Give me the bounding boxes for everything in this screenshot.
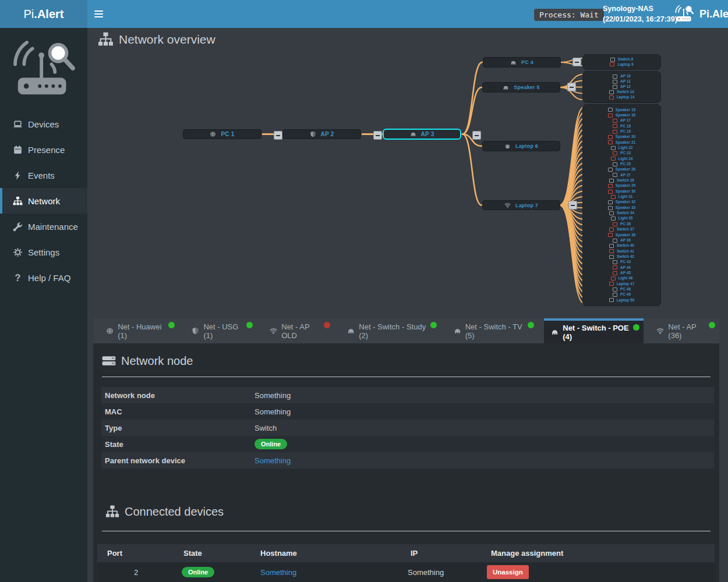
device-leaf-pc-25[interactable]: PC 25: [583, 162, 660, 166]
device-leaf-laptop-50[interactable]: Laptop 50: [583, 298, 660, 302]
tree-node-speaker5[interactable]: Speaker 5: [482, 82, 560, 93]
tab-net-switch-tv-5[interactable]: Net - Switch - TV (5): [447, 318, 539, 343]
dome-icon: [410, 131, 416, 137]
device-leaf-pc-19[interactable]: PC 19: [583, 130, 660, 134]
device-leaf-laptop-9[interactable]: Laptop 9: [583, 62, 660, 66]
sidebar-item-maintenance[interactable]: Maintenance: [0, 214, 87, 239]
device-leaf-speaker-38[interactable]: Speaker 38: [583, 233, 660, 237]
column-header-hostname: Hostname: [256, 549, 408, 558]
tree-node-pc1[interactable]: PC 1: [183, 129, 261, 139]
device-leaf-light-22[interactable]: Light 22: [583, 146, 660, 150]
table-row: StateOnline: [101, 436, 714, 452]
table-row: 2OnlineSomethingSomethingUnassign: [97, 562, 715, 582]
status-dot-green: [430, 322, 437, 328]
device-leaf-pc-23[interactable]: PC 23: [583, 151, 660, 155]
tree-node-label: Laptop 7: [515, 203, 538, 208]
device-leaf-switch-40[interactable]: Switch 40: [583, 244, 660, 248]
device-leaf-switch-28[interactable]: Switch 28: [583, 179, 660, 183]
sidebar-item-help-faq[interactable]: ?Help / FAQ: [0, 265, 87, 290]
collapse-minus-button[interactable]: [568, 201, 577, 210]
collapse-minus-button[interactable]: [472, 131, 481, 140]
device-leaf-light-46[interactable]: Light 46: [583, 276, 660, 281]
sidebar-item-settings[interactable]: Settings: [0, 239, 87, 265]
device-label: AP 11: [620, 80, 631, 84]
tab-net-ap-old[interactable]: Net - AP OLD: [263, 318, 334, 343]
device-leaf-speaker-30[interactable]: Speaker 30: [583, 190, 660, 194]
device-leaf-ap-11[interactable]: AP 11: [583, 80, 660, 84]
question-icon: ?: [13, 273, 23, 283]
device-leaf-ap-10[interactable]: AP 10: [583, 74, 660, 79]
device-leaf-ap-12[interactable]: AP 12: [583, 85, 660, 89]
collapse-minus-button[interactable]: [572, 58, 581, 66]
device-leaf-switch-13[interactable]: Switch 13: [583, 90, 660, 94]
tab-net-switch-study-2[interactable]: Net - Switch - Study (2): [340, 318, 440, 343]
device-leaf-speaker-32[interactable]: Speaker 32: [583, 200, 660, 204]
device-leaf-speaker-16[interactable]: Speaker 16: [583, 113, 660, 118]
collapse-minus-button[interactable]: [567, 83, 576, 91]
tab-net-huawei-1[interactable]: Net - Huawei (1): [99, 318, 179, 343]
tab-net-switch-poe-4[interactable]: Net - Switch - POE (4): [544, 318, 644, 343]
cell-manage-assignment: Unassign: [486, 565, 715, 579]
hostname-link[interactable]: Something: [260, 568, 296, 577]
tree-node-ap3[interactable]: AP 3: [383, 129, 461, 140]
device-leaf-pc-43[interactable]: PC 43: [583, 260, 660, 264]
kv-value: Something: [255, 407, 291, 416]
sidebar-item-network[interactable]: Network: [0, 188, 87, 214]
parent-device-link[interactable]: Something: [255, 456, 291, 465]
device-leaf-ap-17[interactable]: AP 17: [583, 119, 660, 123]
unassign-button[interactable]: Unassign: [487, 565, 529, 579]
device-leaf-laptop-47[interactable]: Laptop 47: [583, 282, 660, 286]
shield-icon: [310, 131, 316, 137]
device-leaf-speaker-20[interactable]: Speaker 20: [583, 135, 660, 139]
device-leaf-switch-37[interactable]: Switch 37: [583, 228, 660, 232]
pialert-logo-icon: [9, 41, 78, 99]
device-leaf-light-31[interactable]: Light 31: [583, 195, 660, 199]
device-leaf-ap-27[interactable]: AP 27: [583, 173, 660, 177]
device-leaf-switch-41[interactable]: Switch 41: [583, 249, 660, 253]
app-logo[interactable]: Pi.Alert: [0, 0, 87, 28]
device-leaf-speaker-15[interactable]: Speaker 15: [583, 108, 660, 112]
device-leaf-ap-39[interactable]: AP 39: [583, 239, 660, 243]
device-leaf-light-35[interactable]: Light 35: [583, 217, 660, 221]
device-leaf-speaker-29[interactable]: Speaker 29: [583, 184, 660, 188]
sidebar-item-presence[interactable]: Presence: [0, 137, 87, 162]
header-brand: Pi.Alert: [674, 0, 728, 28]
device-leaf-ap-44[interactable]: AP 44: [583, 265, 660, 269]
device-leaf-pc-36[interactable]: PC 36: [583, 222, 660, 226]
tab-net-usg-1[interactable]: Net - USG (1): [185, 318, 257, 343]
device-leaf-pc-48[interactable]: PC 48: [583, 288, 660, 292]
tree-node-laptop6[interactable]: Laptop 6: [482, 141, 560, 151]
device-leaf-speaker-33[interactable]: Speaker 33: [583, 206, 660, 210]
device-leaf-speaker-21[interactable]: Speaker 21: [583, 140, 660, 144]
tab-label: Net - AP (36): [668, 322, 706, 340]
sidebar-item-events[interactable]: Events: [0, 162, 87, 188]
device-leaf-switch-34[interactable]: Switch 34: [583, 211, 660, 215]
device-label: Laptop 47: [617, 282, 635, 286]
sidebar-item-devices[interactable]: Devices: [0, 111, 87, 137]
tree-node-ap2[interactable]: AP 2: [282, 129, 361, 139]
device-leaf-pc-18[interactable]: PC 18: [583, 124, 660, 128]
device-leaf-switch-8[interactable]: Switch 8: [583, 58, 660, 62]
device-leaf-laptop-14[interactable]: Laptop 14: [583, 95, 660, 100]
device-leaf-speaker-26[interactable]: Speaker 26: [583, 168, 660, 172]
wrench-icon: [13, 222, 23, 232]
device-label: Speaker 33: [616, 206, 635, 210]
column-header-state: State: [175, 549, 256, 558]
device-leaf-switch-42[interactable]: Switch 42: [583, 255, 660, 259]
tree-node-laptop7[interactable]: Laptop 7: [482, 200, 560, 210]
tree-node-pc4[interactable]: PC 4: [483, 57, 561, 68]
device-label: AP 39: [620, 239, 631, 243]
device-leaf-ap-45[interactable]: AP 45: [583, 271, 660, 275]
kv-value: Switch: [255, 424, 277, 432]
device-label: Speaker 20: [616, 135, 635, 139]
device-label: PC 19: [620, 130, 631, 134]
tab-net-ap-36[interactable]: Net - AP (36): [649, 318, 719, 343]
collapse-minus-button[interactable]: [274, 131, 282, 140]
collapse-minus-button[interactable]: [373, 131, 382, 140]
device-label: Speaker 30: [616, 190, 635, 194]
sidebar-toggle-icon[interactable]: [94, 9, 105, 19]
device-leaf-light-24[interactable]: Light 24: [583, 157, 660, 161]
table-row: Network nodeSomething: [101, 387, 714, 403]
device-leaf-pc-49[interactable]: PC 49: [583, 293, 660, 297]
status-badge: Online: [182, 567, 214, 577]
